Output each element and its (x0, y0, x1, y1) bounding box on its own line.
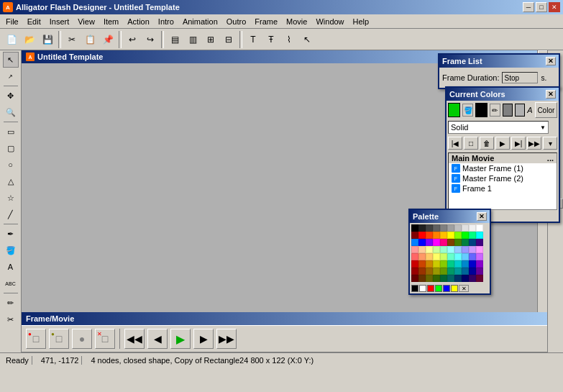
poly-tool[interactable]: △ (3, 173, 19, 189)
node-tool[interactable]: ↗ (3, 68, 19, 84)
pointer-tool[interactable]: ↖ (298, 31, 316, 48)
palette-cell[interactable] (462, 224, 469, 232)
fl-prev-btn[interactable]: |◀ (448, 137, 462, 150)
cut-button[interactable]: ✂ (63, 31, 81, 48)
palette-cell[interactable] (476, 239, 483, 246)
minimize-button[interactable]: ─ (523, 2, 534, 12)
palette-cell[interactable] (469, 268, 476, 275)
menu-item-edit[interactable]: Edit (23, 16, 45, 27)
palette-cell[interactable] (433, 246, 440, 253)
fill-tool-btn[interactable]: 🪣 (462, 104, 472, 117)
palette-cell[interactable] (418, 239, 426, 246)
palette-cell[interactable] (411, 268, 418, 275)
current-colors-title[interactable]: Current Colors ✕ (447, 88, 559, 101)
palette-cell[interactable] (411, 253, 418, 260)
group-button[interactable]: ⊞ (202, 31, 219, 48)
palette-cell[interactable] (426, 253, 433, 260)
frame-list-title[interactable]: Frame List ✕ (439, 55, 559, 68)
fl-back-btn[interactable]: □ (464, 137, 478, 150)
menu-item-window[interactable]: Window (311, 16, 348, 27)
palette-cell[interactable] (469, 275, 476, 282)
palette-cell[interactable] (440, 246, 447, 253)
palette-cell[interactable] (418, 246, 426, 253)
delete-frame-button[interactable]: ✕ □ (95, 329, 115, 349)
save-button[interactable]: 💾 (39, 31, 56, 48)
palette-cell[interactable] (440, 232, 447, 239)
menu-item-movie[interactable]: Movie (282, 16, 311, 27)
frame-list-close[interactable]: ✕ (546, 57, 556, 65)
palette-cell[interactable] (476, 275, 483, 282)
open-button[interactable]: 📂 (21, 31, 38, 48)
rewind-button[interactable]: ◀◀ (124, 329, 145, 349)
palette-cell[interactable] (426, 232, 433, 239)
add-frame-button[interactable]: ● □ (49, 329, 69, 349)
palette-cell[interactable] (440, 275, 447, 282)
menu-item-file[interactable]: File (1, 16, 23, 27)
palette-cell[interactable] (433, 275, 440, 282)
palette-title[interactable]: Palette ✕ (410, 210, 490, 223)
pen-tool[interactable]: ✒ (3, 226, 19, 242)
palette-cell[interactable] (469, 224, 476, 232)
stroke-color-swatch[interactable] (475, 103, 488, 117)
palette-cell[interactable] (426, 268, 433, 275)
palette-cell[interactable] (476, 232, 483, 239)
circle-tool[interactable]: ○ (3, 157, 19, 173)
palette-cell[interactable] (426, 239, 433, 246)
palette-cell[interactable] (411, 224, 418, 232)
palette-cell[interactable] (462, 275, 469, 282)
palette-cell[interactable] (440, 268, 447, 275)
palette-cell[interactable] (433, 232, 440, 239)
menu-item-help[interactable]: Help (349, 16, 374, 27)
paste-button[interactable]: 📌 (99, 31, 116, 48)
palette-cell[interactable] (418, 275, 426, 282)
palette-cell[interactable] (462, 232, 469, 239)
palette-cell[interactable] (433, 224, 440, 232)
extra-color1[interactable] (503, 104, 513, 117)
pal-yellow[interactable] (451, 285, 458, 292)
palette-cell[interactable] (447, 253, 454, 260)
fill-color-swatch[interactable] (448, 103, 460, 117)
align-center[interactable]: ▥ (184, 31, 201, 48)
text-tool-left[interactable]: A (3, 259, 19, 275)
palette-cell[interactable] (411, 232, 418, 239)
abc-tool[interactable]: ABC (3, 275, 19, 291)
menu-item-insert[interactable]: Insert (45, 16, 74, 27)
palette-cell[interactable] (447, 239, 454, 246)
menu-item-view[interactable]: View (73, 16, 99, 27)
fl-next-btn[interactable]: ▶| (511, 137, 526, 150)
ungroup-button[interactable]: ⊟ (220, 31, 237, 48)
palette-cell[interactable] (426, 275, 433, 282)
colors-panel-close[interactable]: ✕ (546, 90, 556, 99)
palette-cell[interactable] (469, 260, 476, 268)
palette-cell[interactable] (411, 275, 418, 282)
next-frame-button[interactable]: ▶ (193, 329, 214, 349)
palette-menu[interactable]: ✕ (459, 285, 469, 292)
solid-dropdown[interactable]: Solid ▼ (448, 121, 549, 134)
text-tool[interactable]: T (244, 31, 262, 48)
redo-button[interactable]: ↪ (142, 31, 159, 48)
palette-cell[interactable] (476, 268, 483, 275)
palette-cell[interactable] (418, 232, 426, 239)
menu-item-intro[interactable]: Intro (154, 16, 178, 27)
palette-cell[interactable] (454, 239, 462, 246)
palette-cell[interactable] (440, 224, 447, 232)
list-item[interactable]: F Master Frame (1) (449, 163, 557, 173)
menu-item-item[interactable]: Item (99, 16, 123, 27)
palette-cell[interactable] (433, 253, 440, 260)
palette-cell[interactable] (454, 224, 462, 232)
palette-cell[interactable] (476, 224, 483, 232)
pal-blue[interactable] (443, 285, 450, 292)
menu-item-animation[interactable]: Animation (178, 16, 222, 27)
maximize-button[interactable]: □ (536, 2, 547, 12)
pal-black[interactable] (411, 285, 418, 292)
fill-tool[interactable]: 🪣 (3, 242, 19, 258)
star-tool[interactable]: ☆ (3, 190, 19, 206)
palette-cell[interactable] (447, 275, 454, 282)
scissors-tool[interactable]: ✂ (3, 311, 19, 327)
fl-extra-btn[interactable]: ▾ (543, 137, 557, 150)
palette-cell[interactable] (476, 260, 483, 268)
new-button[interactable]: 📄 (3, 31, 20, 48)
palette-cell[interactable] (411, 239, 418, 246)
zoom-tool[interactable]: 🔍 (3, 104, 19, 120)
palette-cell[interactable] (469, 253, 476, 260)
